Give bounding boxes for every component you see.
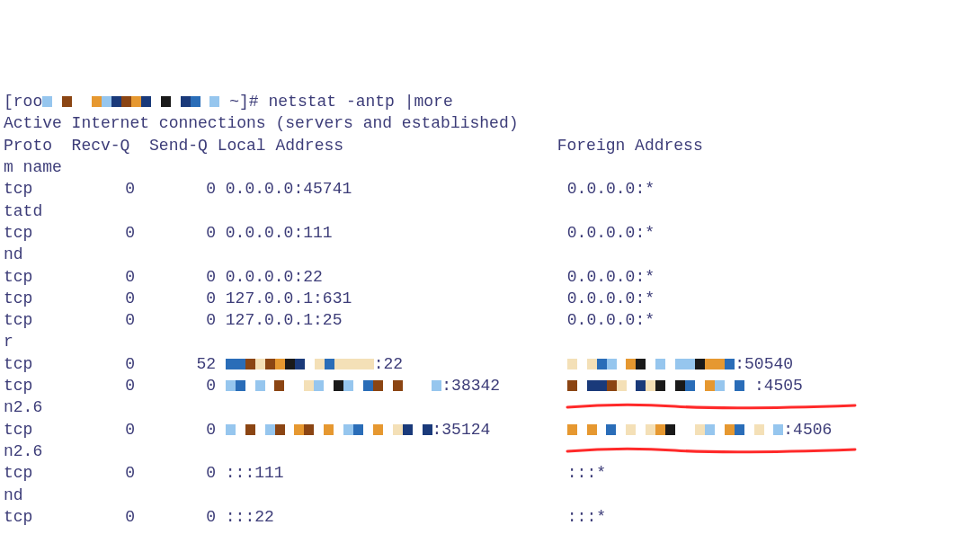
column-headers-cont: m name [4, 156, 976, 178]
foreign-address-cell: 0.0.0.0:* [567, 266, 655, 288]
sendq-cell: 0 [135, 288, 216, 309]
shell-prompt: [roo ~]# netstat -antp |more [4, 91, 976, 112]
recvq-cell: 0 [63, 266, 135, 288]
sendq-cell: 0 [135, 266, 216, 288]
netstat-row: tcp00 0.0.0.0:1110.0.0.0:* [4, 222, 976, 244]
foreign-address-cell: 0.0.0.0:* [567, 222, 655, 244]
netstat-row-cont: r [4, 331, 976, 352]
proto-cell: tcp [4, 375, 63, 396]
proto-cell: tcp [4, 222, 63, 244]
local-address-cell: :38342 [226, 375, 567, 396]
local-address-cell: :::111 [226, 462, 567, 484]
sendq-cell: 0 [135, 419, 216, 441]
foreign-address-cell: :4505 [567, 375, 803, 396]
local-address-cell: :::22 [226, 506, 567, 528]
foreign-address-cell: 0.0.0.0:* [567, 309, 655, 331]
redacted-ip [226, 377, 442, 395]
netstat-row-cont: tatd [4, 200, 976, 222]
redacted-ip [226, 421, 432, 439]
local-address-cell: 127.0.0.1:25 [226, 309, 567, 331]
redacted-ip [567, 355, 735, 373]
netstat-row: tcp00 :35124 :4506 [4, 419, 976, 441]
netstat-row: tcp00 0.0.0.0:220.0.0.0:* [4, 266, 976, 288]
netstat-row: tcp00 :::22:::* [4, 506, 976, 528]
netstat-row: tcp00 127.0.0.1:250.0.0.0:* [4, 309, 976, 331]
foreign-address-cell: 0.0.0.0:* [567, 178, 655, 200]
sendq-cell: 0 [135, 309, 216, 331]
local-address-cell: 0.0.0.0:111 [226, 222, 567, 244]
proto-cell: tcp [4, 266, 63, 288]
foreign-address-cell: :50540 [567, 353, 793, 375]
recvq-cell: 0 [63, 353, 135, 375]
proto-cell: tcp [4, 288, 63, 309]
proto-cell: tcp [4, 419, 63, 441]
proto-cell: tcp [4, 353, 63, 375]
netstat-row: tcp00 0.0.0.0:457410.0.0.0:* [4, 178, 976, 200]
banner-line: Active Internet connections (servers and… [4, 112, 976, 134]
local-address-cell: 0.0.0.0:22 [226, 266, 567, 288]
local-address-cell: 0.0.0.0:45741 [226, 178, 567, 200]
recvq-cell: 0 [63, 309, 135, 331]
local-address-cell: 127.0.0.1:631 [226, 288, 567, 309]
sendq-cell: 0 [135, 375, 216, 396]
sendq-cell: 52 [135, 353, 216, 375]
recvq-cell: 0 [63, 375, 135, 396]
netstat-row-cont: n2.6 [4, 441, 976, 462]
foreign-address-cell: 0.0.0.0:* [567, 288, 655, 309]
netstat-row: tcp00 127.0.0.1:6310.0.0.0:* [4, 288, 976, 309]
netstat-row: tcp052 :22 :50540 [4, 353, 976, 375]
sendq-cell: 0 [135, 222, 216, 244]
netstat-row-cont: n2.6 [4, 396, 976, 418]
redacted-host [42, 93, 219, 111]
recvq-cell: 0 [63, 178, 135, 200]
recvq-cell: 0 [63, 222, 135, 244]
foreign-address-cell: :4506 [567, 419, 833, 441]
redacted-ip [567, 421, 784, 439]
redacted-ip [567, 377, 754, 395]
sendq-cell: 0 [135, 178, 216, 200]
column-headers: Proto Recv-Q Send-Q Local Address Foreig… [4, 135, 976, 156]
proto-cell: tcp [4, 462, 63, 484]
local-address-cell: :22 [226, 353, 567, 375]
proto-cell: tcp [4, 506, 63, 528]
sendq-cell: 0 [135, 462, 216, 484]
shell-command: netstat -antp |more [268, 93, 452, 111]
local-address-cell: :35124 [226, 419, 567, 441]
netstat-row-cont: nd [4, 485, 976, 506]
recvq-cell: 0 [63, 506, 135, 528]
terminal-output: [roo ~]# netstat -antp |moreActive Inter… [4, 91, 976, 528]
netstat-row-cont: nd [4, 244, 976, 265]
proto-cell: tcp [4, 309, 63, 331]
foreign-address-cell: :::* [567, 462, 606, 484]
netstat-row: tcp00 :38342 :4505 [4, 375, 976, 396]
foreign-address-cell: :::* [567, 506, 606, 528]
proto-cell: tcp [4, 178, 63, 200]
sendq-cell: 0 [135, 506, 216, 528]
redacted-ip [226, 355, 374, 373]
recvq-cell: 0 [63, 419, 135, 441]
netstat-row: tcp00 :::111:::* [4, 462, 976, 484]
recvq-cell: 0 [63, 288, 135, 309]
recvq-cell: 0 [63, 462, 135, 484]
